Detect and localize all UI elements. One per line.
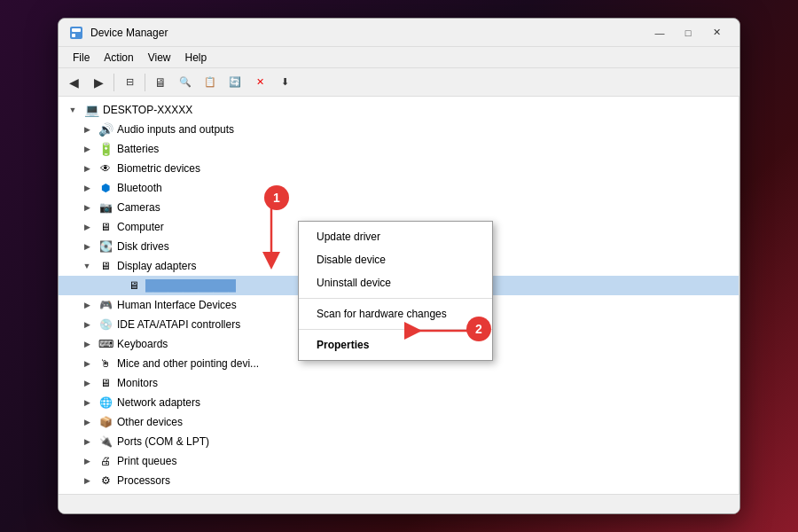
computer-label: Computer bbox=[117, 221, 164, 233]
ports-expand-icon: ▶ bbox=[80, 434, 94, 449]
mice-label: Mice and other pointing devi... bbox=[117, 357, 259, 370]
audio-icon: 🔊 bbox=[98, 121, 113, 137]
display-icon: 🖥 bbox=[98, 258, 113, 274]
keyboards-label: Keyboards bbox=[117, 338, 168, 350]
window-controls: — □ ✕ bbox=[647, 24, 729, 42]
tree-item-biometric[interactable]: ▶ 👁 Biometric devices bbox=[59, 159, 739, 178]
device-manager-window: Device Manager — □ ✕ File Action View He… bbox=[58, 18, 740, 514]
keyboards-expand-icon: ▶ bbox=[80, 337, 94, 351]
menu-view[interactable]: View bbox=[141, 50, 178, 66]
device-tree[interactable]: ▼ 💻 DESKTOP-XXXXX ▶ 🔊 Audio inputs and o… bbox=[59, 97, 739, 494]
biometric-label: Biometric devices bbox=[117, 162, 200, 175]
root-expand-icon: ▼ bbox=[66, 103, 80, 117]
svg-rect-2 bbox=[72, 34, 75, 37]
menu-file[interactable]: File bbox=[66, 50, 97, 66]
collapse-button[interactable]: ⊟ bbox=[118, 72, 141, 93]
monitors-icon: 🖥 bbox=[98, 375, 113, 391]
tree-item-network[interactable]: ▶ 🌐 Network adapters bbox=[59, 393, 739, 412]
monitors-label: Monitors bbox=[117, 377, 158, 389]
tree-item-batteries[interactable]: ▶ 🔋 Batteries bbox=[59, 139, 739, 159]
disk-icon: 💽 bbox=[98, 239, 113, 254]
tree-root[interactable]: ▼ 💻 DESKTOP-XXXXX bbox=[59, 100, 739, 120]
ctx-disable-device[interactable]: Disable device bbox=[299, 248, 492, 271]
toolbar-separator-2 bbox=[145, 74, 145, 91]
security-icon: 🔒 bbox=[98, 492, 113, 494]
cameras-expand-icon: ▶ bbox=[80, 200, 94, 215]
minimize-button[interactable]: — bbox=[647, 24, 672, 42]
print-expand-icon: ▶ bbox=[80, 454, 94, 468]
batteries-icon: 🔋 bbox=[98, 141, 113, 157]
processors-label: Processors bbox=[117, 474, 170, 487]
computer-expand-icon: ▶ bbox=[80, 220, 94, 234]
ide-icon: 💿 bbox=[98, 317, 113, 332]
uninstall-button[interactable]: ⬇ bbox=[273, 72, 296, 93]
properties-button[interactable]: 📋 bbox=[199, 72, 222, 93]
back-button[interactable]: ◀ bbox=[62, 72, 85, 93]
processors-expand-icon: ▶ bbox=[80, 473, 94, 488]
display-label: Display adapters bbox=[117, 260, 196, 272]
tree-item-security[interactable]: ▶ 🔒 SecurityDevices bbox=[59, 490, 739, 494]
ctx-uninstall-device[interactable]: Uninstall device bbox=[299, 271, 492, 294]
scan-button[interactable]: 🔍 bbox=[174, 72, 197, 93]
network-icon: 🌐 bbox=[98, 395, 113, 411]
display-expand-icon: ▼ bbox=[80, 259, 94, 273]
mice-icon: 🖱 bbox=[98, 356, 113, 372]
ide-label: IDE ATA/ATAPI controllers bbox=[117, 318, 240, 331]
ctx-scan-hardware[interactable]: Scan for hardware changes bbox=[299, 302, 492, 325]
window-icon bbox=[69, 26, 83, 40]
menu-bar: File Action View Help bbox=[59, 47, 739, 68]
content-area: ▼ 💻 DESKTOP-XXXXX ▶ 🔊 Audio inputs and o… bbox=[59, 97, 739, 494]
tree-item-bluetooth[interactable]: ▶ ⬢ Bluetooth bbox=[59, 178, 739, 198]
biometric-icon: 👁 bbox=[98, 160, 113, 176]
tree-item-monitors[interactable]: ▶ 🖥 Monitors bbox=[59, 373, 739, 393]
mice-expand-icon: ▶ bbox=[80, 356, 94, 371]
menu-action[interactable]: Action bbox=[97, 50, 140, 66]
cameras-label: Cameras bbox=[117, 201, 160, 214]
computer-icon: 💻 bbox=[83, 102, 99, 118]
ide-expand-icon: ▶ bbox=[80, 317, 94, 332]
tree-item-cameras[interactable]: ▶ 📷 Cameras bbox=[59, 198, 739, 217]
computer-icon2: 🖥 bbox=[98, 219, 113, 235]
processors-icon: ⚙ bbox=[98, 473, 113, 489]
menu-help[interactable]: Help bbox=[178, 50, 215, 66]
ctx-separator-1 bbox=[299, 298, 492, 299]
display-child-label: ████████████ bbox=[145, 279, 236, 292]
keyboards-icon: ⌨ bbox=[98, 336, 113, 352]
batteries-expand-icon: ▶ bbox=[80, 142, 94, 156]
tree-item-audio[interactable]: ▶ 🔊 Audio inputs and outputs bbox=[59, 120, 739, 139]
cameras-icon: 📷 bbox=[98, 200, 113, 215]
close-button[interactable]: ✕ bbox=[704, 24, 729, 42]
forward-button[interactable]: ▶ bbox=[87, 72, 110, 93]
ctx-properties[interactable]: Properties bbox=[299, 333, 492, 356]
ctx-update-driver[interactable]: Update driver bbox=[299, 225, 492, 248]
network-expand-icon: ▶ bbox=[80, 395, 94, 410]
monitors-expand-icon: ▶ bbox=[80, 376, 94, 390]
bluetooth-label: Bluetooth bbox=[117, 182, 162, 194]
hid-expand-icon: ▶ bbox=[80, 298, 94, 312]
ports-label: Ports (COM & LPT) bbox=[117, 435, 209, 448]
display-monitor-button[interactable]: 🖥 bbox=[149, 72, 172, 93]
ctx-separator-2 bbox=[299, 329, 492, 330]
hid-icon: 🎮 bbox=[98, 297, 113, 313]
other-label: Other devices bbox=[117, 416, 183, 428]
bluetooth-expand-icon: ▶ bbox=[80, 181, 94, 195]
other-icon: 📦 bbox=[98, 414, 113, 430]
annotation-1: 1 bbox=[264, 185, 289, 210]
disable-button[interactable]: ✕ bbox=[248, 72, 271, 93]
tree-item-ports[interactable]: ▶ 🔌 Ports (COM & LPT) bbox=[59, 432, 739, 451]
batteries-label: Batteries bbox=[117, 143, 159, 155]
update-driver-button[interactable]: 🔄 bbox=[223, 72, 246, 93]
maximize-button[interactable]: □ bbox=[676, 24, 700, 42]
status-bar bbox=[59, 494, 739, 513]
root-label: DESKTOP-XXXXX bbox=[103, 104, 192, 116]
biometric-expand-icon: ▶ bbox=[80, 161, 94, 176]
tree-item-print[interactable]: ▶ 🖨 Print queues bbox=[59, 451, 739, 471]
title-bar: Device Manager — □ ✕ bbox=[59, 19, 739, 47]
tree-item-other[interactable]: ▶ 📦 Other devices bbox=[59, 412, 739, 432]
context-menu: Update driver Disable device Uninstall d… bbox=[298, 221, 493, 361]
tree-item-processors[interactable]: ▶ ⚙ Processors bbox=[59, 471, 739, 490]
network-label: Network adapters bbox=[117, 396, 200, 409]
security-expand-icon: ▶ bbox=[80, 493, 94, 494]
ports-icon: 🔌 bbox=[98, 434, 113, 450]
audio-label: Audio inputs and outputs bbox=[117, 123, 234, 136]
